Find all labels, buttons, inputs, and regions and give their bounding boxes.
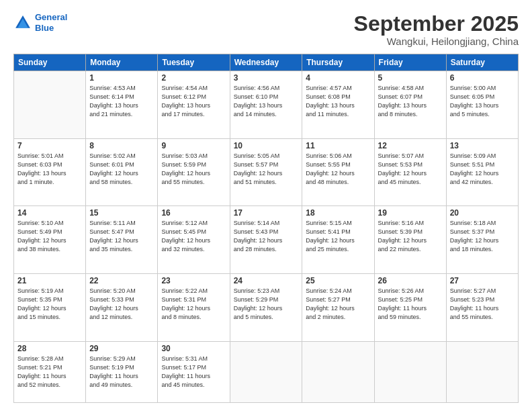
day-info: Sunrise: 5:14 AM Sunset: 5:43 PM Dayligh… (234, 219, 299, 254)
calendar-cell: 7Sunrise: 5:01 AM Sunset: 6:03 PM Daylig… (14, 138, 86, 206)
day-info: Sunrise: 5:11 AM Sunset: 5:47 PM Dayligh… (89, 219, 154, 254)
day-number: 25 (306, 276, 370, 285)
day-info: Sunrise: 5:23 AM Sunset: 5:29 PM Dayligh… (234, 287, 299, 322)
day-info: Sunrise: 4:54 AM Sunset: 6:12 PM Dayligh… (161, 84, 226, 119)
calendar-cell: 11Sunrise: 5:06 AM Sunset: 5:55 PM Dayli… (302, 138, 374, 206)
day-info: Sunrise: 5:16 AM Sunset: 5:39 PM Dayligh… (378, 219, 443, 254)
calendar-cell: 27Sunrise: 5:27 AM Sunset: 5:23 PM Dayli… (446, 273, 518, 341)
calendar-cell: 14Sunrise: 5:10 AM Sunset: 5:49 PM Dayli… (14, 206, 86, 274)
calendar-cell: 9Sunrise: 5:03 AM Sunset: 5:59 PM Daylig… (158, 138, 230, 206)
logo-text: General Blue (35, 12, 67, 33)
weekday-header: Monday (86, 54, 158, 71)
calendar-cell: 18Sunrise: 5:15 AM Sunset: 5:41 PM Dayli… (302, 206, 374, 274)
day-info: Sunrise: 5:31 AM Sunset: 5:17 PM Dayligh… (161, 355, 226, 390)
calendar-week-row: 1Sunrise: 4:53 AM Sunset: 6:14 PM Daylig… (14, 71, 519, 139)
day-number: 20 (450, 208, 515, 218)
day-number: 22 (89, 276, 154, 285)
weekday-header: Wednesday (230, 54, 302, 71)
day-number: 21 (17, 276, 82, 285)
day-number: 10 (234, 141, 299, 150)
calendar-week-row: 7Sunrise: 5:01 AM Sunset: 6:03 PM Daylig… (14, 138, 519, 206)
calendar-cell: 19Sunrise: 5:16 AM Sunset: 5:39 PM Dayli… (374, 206, 446, 274)
day-info: Sunrise: 4:56 AM Sunset: 6:10 PM Dayligh… (234, 84, 299, 119)
day-number: 13 (450, 141, 515, 150)
calendar-cell (374, 341, 446, 403)
day-number: 24 (234, 276, 299, 285)
logo-icon (13, 13, 32, 32)
calendar-cell: 24Sunrise: 5:23 AM Sunset: 5:29 PM Dayli… (230, 273, 302, 341)
calendar-week-row: 14Sunrise: 5:10 AM Sunset: 5:49 PM Dayli… (14, 206, 519, 274)
calendar-week-row: 21Sunrise: 5:19 AM Sunset: 5:35 PM Dayli… (14, 273, 519, 341)
day-info: Sunrise: 5:24 AM Sunset: 5:27 PM Dayligh… (306, 287, 370, 322)
calendar-cell: 6Sunrise: 5:00 AM Sunset: 6:05 PM Daylig… (446, 71, 518, 139)
day-number: 12 (378, 141, 443, 150)
day-info: Sunrise: 5:20 AM Sunset: 5:33 PM Dayligh… (89, 287, 154, 322)
day-info: Sunrise: 5:26 AM Sunset: 5:25 PM Dayligh… (378, 287, 443, 322)
page: General Blue September 2025 Wangkui, Hei… (0, 0, 532, 411)
day-info: Sunrise: 5:10 AM Sunset: 5:49 PM Dayligh… (17, 219, 82, 254)
day-info: Sunrise: 4:57 AM Sunset: 6:08 PM Dayligh… (306, 84, 370, 119)
day-info: Sunrise: 5:29 AM Sunset: 5:19 PM Dayligh… (89, 355, 154, 390)
day-number: 14 (17, 208, 82, 218)
day-number: 17 (234, 208, 299, 218)
calendar-cell: 25Sunrise: 5:24 AM Sunset: 5:27 PM Dayli… (302, 273, 374, 341)
day-info: Sunrise: 5:00 AM Sunset: 6:05 PM Dayligh… (450, 84, 515, 119)
day-number: 7 (17, 141, 82, 150)
calendar-cell: 26Sunrise: 5:26 AM Sunset: 5:25 PM Dayli… (374, 273, 446, 341)
day-number: 8 (89, 141, 154, 150)
month-title: September 2025 (354, 12, 519, 36)
calendar-cell: 30Sunrise: 5:31 AM Sunset: 5:17 PM Dayli… (158, 341, 230, 403)
day-info: Sunrise: 5:15 AM Sunset: 5:41 PM Dayligh… (306, 219, 370, 254)
calendar-week-row: 28Sunrise: 5:28 AM Sunset: 5:21 PM Dayli… (14, 341, 519, 403)
day-info: Sunrise: 5:01 AM Sunset: 6:03 PM Dayligh… (17, 152, 82, 187)
logo: General Blue (13, 12, 67, 33)
day-number: 23 (161, 276, 226, 285)
calendar-cell (14, 71, 86, 139)
day-number: 29 (89, 344, 154, 353)
weekday-header: Tuesday (158, 54, 230, 71)
calendar-cell: 2Sunrise: 4:54 AM Sunset: 6:12 PM Daylig… (158, 71, 230, 139)
day-number: 1 (89, 73, 154, 83)
day-number: 15 (89, 208, 154, 218)
logo-line1: General (35, 12, 67, 22)
calendar-cell: 21Sunrise: 5:19 AM Sunset: 5:35 PM Dayli… (14, 273, 86, 341)
weekday-header: Sunday (14, 54, 86, 71)
day-info: Sunrise: 5:06 AM Sunset: 5:55 PM Dayligh… (306, 152, 370, 187)
header-row: SundayMondayTuesdayWednesdayThursdayFrid… (14, 54, 519, 71)
day-number: 16 (161, 208, 226, 218)
day-info: Sunrise: 4:58 AM Sunset: 6:07 PM Dayligh… (378, 84, 443, 119)
day-number: 26 (378, 276, 443, 285)
calendar-cell (446, 341, 518, 403)
calendar-cell: 3Sunrise: 4:56 AM Sunset: 6:10 PM Daylig… (230, 71, 302, 139)
day-number: 6 (450, 73, 515, 83)
day-number: 4 (306, 73, 370, 83)
calendar-cell (230, 341, 302, 403)
day-number: 18 (306, 208, 370, 218)
day-number: 9 (161, 141, 226, 150)
day-info: Sunrise: 5:12 AM Sunset: 5:45 PM Dayligh… (161, 219, 226, 254)
day-info: Sunrise: 5:07 AM Sunset: 5:53 PM Dayligh… (378, 152, 443, 187)
logo-line2: Blue (35, 23, 54, 33)
calendar-cell: 13Sunrise: 5:09 AM Sunset: 5:51 PM Dayli… (446, 138, 518, 206)
calendar-cell: 5Sunrise: 4:58 AM Sunset: 6:07 PM Daylig… (374, 71, 446, 139)
day-info: Sunrise: 5:18 AM Sunset: 5:37 PM Dayligh… (450, 219, 515, 254)
title-block: September 2025 Wangkui, Heilongjiang, Ch… (354, 12, 519, 47)
day-number: 5 (378, 73, 443, 83)
calendar-cell: 23Sunrise: 5:22 AM Sunset: 5:31 PM Dayli… (158, 273, 230, 341)
location-title: Wangkui, Heilongjiang, China (354, 36, 519, 47)
calendar-cell: 1Sunrise: 4:53 AM Sunset: 6:14 PM Daylig… (86, 71, 158, 139)
day-number: 2 (161, 73, 226, 83)
day-info: Sunrise: 5:09 AM Sunset: 5:51 PM Dayligh… (450, 152, 515, 187)
calendar-cell: 8Sunrise: 5:02 AM Sunset: 6:01 PM Daylig… (86, 138, 158, 206)
calendar-cell: 17Sunrise: 5:14 AM Sunset: 5:43 PM Dayli… (230, 206, 302, 274)
calendar-cell: 16Sunrise: 5:12 AM Sunset: 5:45 PM Dayli… (158, 206, 230, 274)
calendar-cell: 10Sunrise: 5:05 AM Sunset: 5:57 PM Dayli… (230, 138, 302, 206)
weekday-header: Thursday (302, 54, 374, 71)
header: General Blue September 2025 Wangkui, Hei… (13, 12, 519, 47)
weekday-header: Saturday (446, 54, 518, 71)
calendar-cell: 20Sunrise: 5:18 AM Sunset: 5:37 PM Dayli… (446, 206, 518, 274)
calendar-cell: 28Sunrise: 5:28 AM Sunset: 5:21 PM Dayli… (14, 341, 86, 403)
calendar-cell: 15Sunrise: 5:11 AM Sunset: 5:47 PM Dayli… (86, 206, 158, 274)
day-number: 19 (378, 208, 443, 218)
day-info: Sunrise: 5:19 AM Sunset: 5:35 PM Dayligh… (17, 287, 82, 322)
